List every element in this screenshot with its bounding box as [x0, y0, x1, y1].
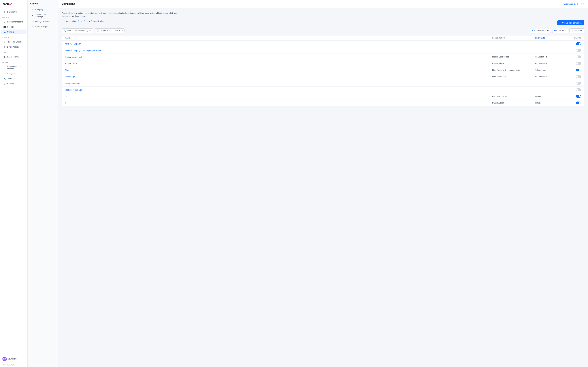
store-id: dropin — [577, 3, 582, 5]
campaign-name-link[interactable]: My new campaign - testing no placement — [65, 49, 492, 51]
dashboard-icon: ⊞ — [3, 11, 6, 13]
content-nav-create-campaign[interactable]: + Create a new campaign — [29, 12, 57, 19]
segments-cell: All Customers — [535, 62, 566, 65]
placements-cell: ParasKauppa — [492, 102, 535, 104]
sidebar-item-label: Triggered Emails — [7, 41, 22, 43]
date-range-picker[interactable]: 📅 01 Jun 2018 - 17 Apr 2019 — [95, 28, 124, 33]
placements-cell: Mandatory name — [492, 95, 535, 97]
create-campaign-button[interactable]: + Create new campaign — [557, 20, 584, 25]
sidebar-item-facebook-ads[interactable]: f Facebook Ads — [1, 54, 26, 59]
minimize-nav-button[interactable]: ‹ MINIMIZE NAVI — [0, 363, 27, 367]
content-sidebar: Content ☰ Campaigns + Create a new campa… — [27, 0, 58, 367]
status-cell — [566, 62, 581, 65]
section-label-other: OTHER — [0, 59, 27, 64]
segments-cell: All Customers — [535, 75, 566, 78]
status-toggle[interactable] — [576, 62, 581, 65]
clicks-kpi-button[interactable]: Clicks KPIs — [552, 29, 568, 33]
recommendations-icon: ⊡ — [3, 21, 6, 23]
configure-icon: ⚙ — [571, 30, 573, 32]
sidebar-item-tools[interactable]: 🔧 Tools — [1, 76, 26, 81]
impressions-kpi-button[interactable]: Impressions KPIs — [530, 29, 551, 33]
status-toggle[interactable] — [576, 56, 581, 58]
col-header-segments: SEGMENTS — [535, 37, 566, 39]
campaign-name-link[interactable]: My new campaign — [65, 43, 492, 45]
table-row: Test asset manager — [62, 87, 584, 93]
status-cell — [566, 69, 581, 71]
configure-button[interactable]: ⚙ Configure — [570, 28, 584, 33]
placements-cell: ParasKauppa — [492, 62, 535, 65]
user-profile: PM Your Profile — [2, 357, 17, 361]
sidebar-item-content[interactable]: ☰ Content — [1, 30, 26, 34]
status-toggle[interactable] — [576, 69, 581, 71]
search-input[interactable] — [67, 30, 91, 32]
table-row: Ribbon banner test Ribbon Banner test Al… — [62, 54, 584, 60]
content-nav-asset-manager[interactable]: 📄 Asset Manager — [29, 24, 57, 29]
table-row: Test Image New Placement All Customers — [62, 73, 584, 80]
sidebar-item-analytics[interactable]: ↗ Analytics — [1, 71, 26, 76]
status-toggle[interactable] — [576, 42, 581, 45]
table-row: My new campaign — [62, 41, 584, 47]
user-profile-section[interactable]: PM Your Profile — [0, 355, 27, 363]
sidebar-item-label: Tools — [7, 78, 12, 80]
settings-icon: ⚙ — [3, 83, 6, 85]
content-nav-manage-placements[interactable]: ⚙ Manage placements — [29, 19, 57, 24]
page-description: Personalize every and any element of you… — [62, 12, 184, 18]
plus-icon: + — [560, 22, 561, 24]
sidebar-item-settings[interactable]: ⚙ Settings — [1, 81, 26, 86]
learn-more-link[interactable]: Learn more about Onsite Content Personal… — [62, 20, 105, 22]
page-title: Campaigns — [62, 3, 75, 5]
sidebar-item-label: Settings — [7, 83, 14, 85]
sidebar-item-label: Dashboard — [7, 11, 17, 13]
campaign-name-link[interactable]: Ribbon banner test — [65, 56, 492, 58]
campaign-name-link[interactable]: fi — [65, 102, 492, 104]
col-header-status: STATUS — [566, 37, 581, 39]
section-label-onsite: ON-SITE — [0, 15, 27, 19]
table-row: fi ParasKauppa Finland — [62, 100, 584, 106]
table-row: My new campaign - testing no placement — [62, 47, 584, 54]
sidebar-item-label: Facebook Ads — [7, 56, 19, 58]
status-toggle[interactable] — [576, 88, 581, 91]
sidebar-item-segmentation[interactable]: ◎ Segmentation & Insights — [1, 64, 26, 71]
status-cell — [566, 95, 581, 98]
sidebar-item-label: Segmentation & Insights — [7, 66, 24, 70]
logo: nosto ↗ — [0, 0, 27, 8]
campaign-name-link[interactable]: Test Image — [65, 75, 492, 78]
sidebar-item-recommendations[interactable]: ⊡ Recommendations — [1, 19, 26, 24]
sidebar-item-popups[interactable]: ⬛ Pop-ups — [1, 25, 26, 29]
status-toggle[interactable] — [576, 49, 581, 52]
status-toggle[interactable] — [576, 95, 581, 98]
segments-cell: Finland — [535, 95, 566, 97]
status-toggle[interactable] — [576, 75, 581, 78]
plus-icon: + — [32, 14, 34, 17]
status-cell — [566, 88, 581, 91]
search-box[interactable]: 🔍 — [62, 28, 93, 33]
content-nav-campaigns[interactable]: ☰ Campaigns — [29, 7, 57, 12]
sidebar-item-label: Analytics — [7, 73, 15, 75]
campaign-name-link[interactable]: Slider — [65, 69, 492, 71]
logo-text: nosto — [2, 2, 10, 6]
search-icon: 🔍 — [64, 30, 66, 32]
table-header: NAME PLACEMENTS SEGMENTS STATUS — [62, 35, 584, 41]
status-toggle[interactable] — [576, 82, 581, 84]
status-cell — [566, 101, 581, 104]
campaigns-nav-icon: ☰ — [32, 8, 34, 11]
table-body: My new campaign My new campaign - testin… — [62, 41, 584, 106]
manage-icon: ⚙ — [32, 20, 34, 23]
status-toggle[interactable] — [576, 101, 581, 104]
campaign-name-link[interactable]: Test Image-copy — [65, 82, 492, 84]
store-name: Dropinmarket — [564, 3, 575, 5]
user-name: Your Profile — [8, 358, 17, 360]
store-switcher[interactable]: Dropinmarket dropin ▾ — [564, 3, 584, 5]
sidebar-item-email-widgets[interactable]: ⊞ Email Widgets — [1, 44, 26, 49]
status-cell — [566, 82, 581, 84]
section-label-emails: EMAILS — [0, 34, 27, 39]
placements-cell: New Placement, Frontpage slider — [492, 69, 535, 71]
table-row: Ribbon test 2 ParasKauppa All Customers — [62, 60, 584, 67]
sidebar-item-dashboard[interactable]: ⊞ Dashboard — [1, 9, 26, 14]
sidebar-item-triggered-emails[interactable]: ✉ Triggered Emails — [1, 40, 26, 44]
logo-icon: ↗ — [10, 2, 12, 6]
segments-cell: Volcom fans — [535, 69, 566, 71]
campaign-name-link[interactable]: Test asset manager — [65, 89, 492, 91]
campaign-name-link[interactable]: Ribbon test 2 — [65, 62, 492, 65]
campaign-name-link[interactable]: c1 — [65, 95, 492, 98]
